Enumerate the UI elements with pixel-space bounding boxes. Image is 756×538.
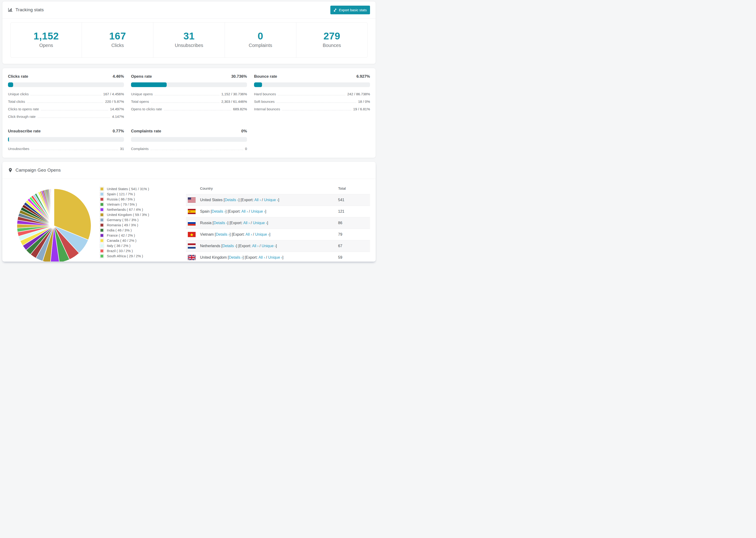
- export-basic-stats-label: Export basic stats: [339, 8, 367, 12]
- rate-rows: Complaints0: [131, 146, 247, 151]
- bracket-text: ] [Export:: [236, 244, 252, 248]
- rate-title-row: Opens rate30.736%: [131, 74, 247, 79]
- page: Tracking stats Export basic stats 1,152O…: [0, 0, 378, 269]
- rate-row-label: Total opens: [131, 99, 149, 103]
- summary-stat-box: 0Complaints: [225, 23, 296, 58]
- slash-text: /: [258, 244, 261, 248]
- geo-total-cell: 121: [337, 206, 370, 217]
- rate-row-value: 167 / 4.456%: [103, 92, 124, 96]
- pie-chart-svg: [14, 185, 94, 262]
- bracket-text: ] [Export:: [228, 221, 243, 225]
- summary-stats-panel: 1,152Opens167Clicks31Unsubscribes0Compla…: [10, 22, 368, 58]
- bar-chart-icon: [8, 8, 13, 12]
- details-link[interactable]: Details ›: [229, 255, 243, 259]
- geo-country-cell: Russia [Details ›] [Export: All › / Uniq…: [199, 217, 337, 229]
- flag-vn-icon: [186, 229, 199, 241]
- export-all-link[interactable]: All ›: [258, 255, 265, 259]
- legend-item: South Africa ( 29 / 2% ): [100, 254, 175, 258]
- export-all-link[interactable]: All ›: [242, 209, 248, 213]
- rate-rows: Unique opens1,152 / 30.736%Total opens2,…: [131, 92, 247, 111]
- summary-stat-value: 167: [109, 30, 126, 42]
- geo-table-header-row: Country Total: [186, 183, 370, 194]
- dotted-leader: [150, 146, 243, 150]
- rate-percent-value: 0.77%: [113, 129, 124, 134]
- export-unique-link[interactable]: Unique ›: [264, 198, 278, 202]
- dotted-leader: [31, 146, 118, 150]
- geo-table-row: United States [Details ›] [Export: All ›…: [186, 194, 370, 206]
- summary-stat-label: Bounces: [323, 43, 341, 48]
- dotted-leader: [282, 107, 351, 110]
- rate-title-row: Complaints rate0%: [131, 129, 247, 134]
- export-unique-link[interactable]: Unique ›: [251, 209, 265, 213]
- bracket-text: ] [Export:: [239, 198, 254, 202]
- rate-row-value: 31: [120, 147, 124, 151]
- dotted-leader: [27, 99, 103, 103]
- progress-bar-fill: [254, 82, 262, 87]
- bracket-text: ]: [265, 209, 266, 213]
- geo-total-cell: 541: [337, 194, 370, 206]
- legend-item: India ( 46 / 3% ): [100, 228, 175, 232]
- rate-row-value: 242 / 86.738%: [347, 92, 370, 96]
- rate-row-value: 0: [245, 147, 247, 151]
- flag-column-header: [186, 183, 199, 194]
- legend-label: United Kingdom ( 59 / 3% ): [107, 213, 149, 217]
- geo-table-row: Spain [Details ›] [Export: All › / Uniqu…: [186, 206, 370, 217]
- geo-country-cell: Spain [Details ›] [Export: All › / Uniqu…: [199, 206, 337, 217]
- export-basic-stats-button[interactable]: Export basic stats: [330, 6, 370, 14]
- rate-row-value: 220 / 5.87%: [105, 99, 124, 103]
- details-link[interactable]: Details ›: [225, 198, 239, 202]
- summary-stat-value: 0: [257, 30, 263, 42]
- rate-row: Unique clicks167 / 4.456%: [8, 92, 124, 96]
- details-link[interactable]: Details ›: [222, 244, 236, 248]
- rate-percent-value: 0%: [241, 129, 247, 134]
- progress-bar-track: [131, 137, 247, 142]
- legend-label: Canada ( 40 / 2% ): [107, 239, 136, 242]
- legend-label: India ( 46 / 3% ): [107, 228, 132, 232]
- summary-stat-value: 1,152: [33, 30, 59, 42]
- rate-percent-value: 4.46%: [113, 74, 124, 79]
- rate-row-label: Unique clicks: [8, 92, 28, 96]
- legend-color-swatch: [100, 234, 104, 237]
- bracket-text: ]: [278, 198, 279, 202]
- export-unique-link[interactable]: Unique ›: [268, 255, 282, 259]
- slash-text: /: [248, 209, 251, 213]
- rate-row: Opens to clicks rate689.82%: [131, 107, 247, 111]
- rate-row: Hard bounces242 / 86.738%: [254, 92, 370, 96]
- summary-stat-box: 279Bounces: [296, 23, 367, 58]
- legend-color-swatch: [100, 228, 104, 232]
- summary-stat-label: Opens: [39, 43, 53, 48]
- legend-color-swatch: [100, 202, 104, 206]
- export-unique-link[interactable]: Unique ›: [255, 232, 269, 237]
- export-all-link[interactable]: All ›: [252, 244, 258, 248]
- flag-nl-icon: [186, 241, 199, 252]
- export-icon: [334, 8, 337, 12]
- details-link[interactable]: Details ›: [214, 221, 228, 225]
- export-all-link[interactable]: All ›: [245, 232, 252, 237]
- summary-stat-label: Unsubscribes: [175, 43, 203, 48]
- geo-country-cell: United Kingdom [Details ›] [Export: All …: [199, 252, 337, 262]
- legend-color-swatch: [100, 192, 104, 196]
- rate-row-label: Unsubscribes: [8, 147, 29, 151]
- progress-bar-fill: [8, 82, 13, 87]
- rate-row: Internal bounces19 / 6.81%: [254, 107, 370, 111]
- export-unique-link[interactable]: Unique ›: [261, 244, 276, 248]
- rate-title: Clicks rate: [8, 74, 28, 79]
- rate-percent-value: 6.927%: [356, 74, 370, 79]
- country-name: Vietnam: [200, 232, 215, 237]
- details-link[interactable]: Details ›: [216, 232, 230, 237]
- rate-row-value: 14.497%: [110, 107, 124, 111]
- country-column-header: Country: [199, 183, 337, 194]
- details-link[interactable]: Details ›: [212, 209, 226, 213]
- campaign-geo-opens-title: Campaign Geo Opens: [16, 168, 61, 173]
- progress-bar-track: [131, 82, 247, 87]
- export-unique-link[interactable]: Unique ›: [253, 221, 267, 225]
- campaign-geo-opens-card: Campaign Geo Opens United States ( 541 /…: [2, 161, 376, 262]
- flag-gb-icon: [186, 252, 199, 262]
- legend-item: France ( 42 / 2% ): [100, 233, 175, 237]
- legend-item: Germany ( 55 / 3% ): [100, 218, 175, 222]
- legend-color-swatch: [100, 223, 104, 227]
- export-all-link[interactable]: All ›: [254, 198, 261, 202]
- export-all-link[interactable]: All ›: [243, 221, 250, 225]
- total-column-header: Total: [337, 183, 370, 194]
- dotted-leader: [277, 99, 356, 103]
